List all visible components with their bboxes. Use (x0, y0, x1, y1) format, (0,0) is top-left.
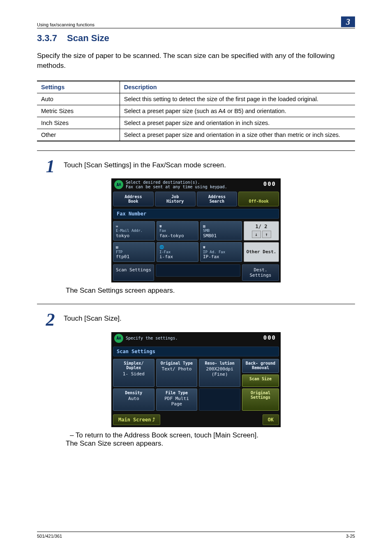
row-setting: Metric Sizes (37, 105, 120, 117)
page-down-icon[interactable]: ↓ (252, 231, 261, 238)
device-screenshot-2: AA Specify the settings. 000 Scan Settin… (111, 332, 281, 427)
step-number: 1 (37, 158, 64, 175)
section-heading: 3.3.7 Scan Size (37, 33, 355, 44)
globe-icon[interactable]: AA (114, 180, 123, 189)
scan-size-button[interactable]: Scan Size (242, 375, 279, 387)
step-number: 2 (37, 312, 64, 328)
page-footer: 501/421/361 3-25 (37, 532, 355, 539)
screen2-msg: Specify the settings. (126, 336, 178, 340)
tab-address-book[interactable]: AddressBook (113, 192, 154, 206)
footer-left: 501/421/361 (37, 534, 62, 539)
globe-icon[interactable]: AA (114, 334, 123, 343)
screen-msg-2: Fax can be sent at any time using keypad… (126, 185, 227, 189)
return-icon: ⤴ (152, 417, 155, 423)
th-description: Description (120, 81, 355, 93)
step-1-after: The Scan Settings screen appears. (66, 287, 355, 295)
dest-fax[interactable]: ☎Faxfax-tokyo (157, 221, 198, 240)
main-screen-button[interactable]: Main Screen⤴ (113, 414, 160, 425)
dest-ipfax[interactable]: ☎IP Ad. FaxIP-fax (200, 242, 242, 261)
counter: 000 (263, 334, 276, 341)
footer-right: 3-25 (346, 534, 355, 539)
row-setting: Inch Sizes (37, 117, 120, 129)
header-section: Using fax/scanning functions (37, 22, 95, 27)
chapter-number-badge: 3 (341, 16, 355, 27)
step-1: 1 Touch [Scan Settings] in the Fax/Scan … (37, 160, 355, 295)
dest-ifax[interactable]: 🌐I-Faxi-fax (157, 242, 198, 261)
scan-settings-bar: Scan Settings (113, 347, 279, 356)
row-setting: Other (37, 129, 120, 141)
opt-simplex-duplex[interactable]: Simplex/ Duplex1- Sided (113, 359, 154, 387)
empty-area (156, 264, 240, 277)
device-screenshot-1: AA Select desired destination(s). Fax ca… (111, 178, 281, 282)
step-text: Touch [Scan Size]. (64, 313, 355, 324)
step-2-after: The Scan Size screen appears. (66, 439, 355, 448)
row-description: Select a preset paper size (such as A4 o… (120, 105, 355, 117)
scan-settings-button[interactable]: Scan Settings (113, 264, 154, 281)
step-2-sub: – To return to the Address Book screen, … (70, 431, 355, 439)
opt-density[interactable]: DensityAuto (113, 388, 154, 411)
row-setting: Auto (37, 93, 120, 105)
page-up-icon[interactable]: ↑ (262, 231, 271, 238)
pager: 1/ 2 ↓ ↑ (244, 221, 279, 240)
step-text: Touch [Scan Settings] in the Fax/Scan mo… (64, 160, 355, 171)
opt-resolution[interactable]: Reso- lution200X200dpi (Fine) (199, 359, 240, 387)
opt-file-type[interactable]: File TypePDF Multi Page (156, 388, 198, 411)
th-settings: Settings (37, 81, 120, 93)
intro-paragraph: Specify the size of paper to be scanned.… (37, 51, 355, 71)
fax-number-bar[interactable]: Fax Number (113, 209, 279, 219)
original-settings-button[interactable]: Original Settings (242, 388, 279, 411)
dest-email[interactable]: ✉E-Mail Addr.tokyo (113, 221, 155, 240)
row-description: Select this setting to detect the size o… (120, 93, 355, 105)
dest-settings-button[interactable]: Dest. Settings (242, 264, 279, 281)
page-header: Using fax/scanning functions 3 (37, 16, 355, 28)
opt-original-type[interactable]: Original TypeText/ Photo (156, 359, 198, 387)
row-description: Select a preset paper size and orientati… (120, 129, 355, 141)
tab-job-history[interactable]: JobHistory (155, 192, 196, 206)
ok-button[interactable]: OK (263, 414, 279, 425)
dest-ftp[interactable]: ▤FTPftp01 (113, 242, 155, 261)
background-removal-button[interactable]: Back- ground Removal (242, 359, 279, 373)
row-description: Select a preset paper size and orientati… (120, 117, 355, 129)
counter: 000 (263, 180, 276, 187)
tab-address-search[interactable]: AddressSearch (197, 192, 238, 206)
heading-number: 3.3.7 (37, 33, 57, 43)
settings-table: Settings Description Auto Select this se… (37, 81, 355, 141)
other-dest-button[interactable]: Other Dest. (244, 242, 279, 261)
off-hook-button[interactable]: Off-Hook (238, 192, 279, 206)
empty-cell (199, 388, 240, 411)
step-2: 2 Touch [Scan Size]. AA Specify the sett… (37, 313, 355, 448)
heading-title: Scan Size (67, 33, 109, 43)
dest-smb[interactable]: ▥SMBSMB01 (200, 221, 242, 240)
screen-msg-1: Select desired destination(s). (126, 180, 227, 185)
